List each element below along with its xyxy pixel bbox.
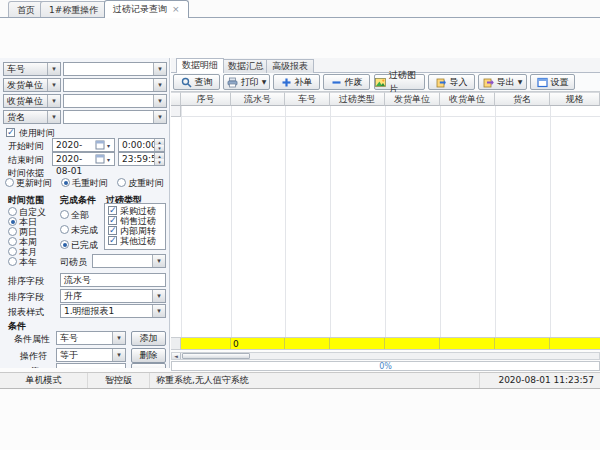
- check-purchase-weigh[interactable]: [108, 206, 117, 215]
- radio-update-time[interactable]: [5, 178, 14, 187]
- filter-field-select-shipper[interactable]: 发货单位: [3, 78, 61, 92]
- filter-value-receiver[interactable]: [63, 94, 167, 108]
- main-tabbar: 首页 1#称重操作 过磅记录查询×: [0, 0, 600, 18]
- settings-button[interactable]: 设置: [530, 74, 575, 90]
- sort-order-select[interactable]: 升序: [60, 289, 166, 303]
- end-time-spinner[interactable]: 23:59:59 ▴▾: [118, 152, 165, 166]
- tab-home[interactable]: 首页: [8, 1, 44, 17]
- tab-data-detail-label: 数据明细: [182, 60, 218, 70]
- add-condition-button[interactable]: 添加: [131, 331, 166, 346]
- condition-section-label: 条件: [8, 320, 26, 333]
- end-date-value: 2020-08-01: [56, 154, 82, 176]
- horizontal-scrollbar[interactable]: ◄: [171, 352, 600, 360]
- grid-body[interactable]: [171, 106, 600, 337]
- void-button[interactable]: 作废: [323, 74, 370, 90]
- chevron-down-icon: ▼: [518, 75, 523, 89]
- tab-advanced-report[interactable]: 高级报表: [266, 59, 314, 73]
- filter-value-goods[interactable]: [63, 110, 167, 124]
- column-header-receiver[interactable]: 收货单位: [440, 92, 495, 106]
- tab-weigh-operation[interactable]: 1#称重操作: [40, 1, 107, 17]
- tab-data-detail[interactable]: 数据明细: [176, 58, 224, 73]
- scrollbar-thumb[interactable]: [182, 353, 250, 359]
- start-date-picker[interactable]: 2020-08-01 ▾: [52, 138, 115, 152]
- search-icon: [181, 77, 192, 88]
- status-message: 称重系统,无人值守系统: [150, 373, 480, 388]
- radio-range-custom[interactable]: [8, 207, 17, 216]
- delete-condition-button[interactable]: 删除: [131, 348, 166, 363]
- weigher-select[interactable]: [92, 254, 166, 268]
- status-mode: 单机模式: [0, 373, 88, 388]
- radio-range-month[interactable]: [8, 247, 17, 256]
- filter-field-label: 发货单位: [7, 80, 43, 90]
- query-button[interactable]: 查询: [173, 74, 220, 90]
- radio-range-twodays[interactable]: [8, 227, 17, 236]
- delete-condition-label: 删除: [140, 350, 158, 360]
- sort-order-value: 升序: [64, 291, 82, 301]
- condition-extra-button[interactable]: [131, 363, 166, 368]
- spinner-arrows-icon[interactable]: ▴▾: [154, 153, 164, 165]
- settings-icon: [537, 77, 548, 88]
- filter-field-select-vehicle[interactable]: 车号: [3, 62, 61, 76]
- calendar-icon[interactable]: ▾: [95, 154, 113, 164]
- report-style-select[interactable]: 1.明细报表1: [60, 304, 166, 318]
- scroll-left-arrow-icon[interactable]: ◄: [172, 353, 181, 359]
- radio-range-year-label: 本年: [19, 256, 37, 269]
- radio-gross-time-label: 毛重时间: [72, 177, 108, 190]
- supplement-button-label: 补单: [295, 75, 313, 89]
- start-time-label: 开始时间: [8, 140, 44, 153]
- check-other-weigh[interactable]: [108, 236, 117, 245]
- column-header-vehicle[interactable]: 车号: [285, 92, 330, 106]
- radio-tare-time[interactable]: [117, 178, 126, 187]
- status-bar: 单机模式 智控版 称重系统,无人值守系统 2020-08-01 11:23:57: [0, 372, 600, 389]
- filter-value-shipper[interactable]: [63, 78, 167, 92]
- void-button-label: 作废: [345, 75, 363, 89]
- summary-cell: [330, 338, 385, 349]
- settings-button-label: 设置: [551, 75, 569, 89]
- radio-gross-time[interactable]: [61, 178, 70, 187]
- radio-range-week[interactable]: [8, 237, 17, 246]
- radio-cond-finished[interactable]: [60, 240, 69, 249]
- column-header-weigh-type[interactable]: 过磅类型: [330, 92, 385, 106]
- filter-field-select-receiver[interactable]: 收货单位: [3, 94, 61, 108]
- minus-icon: [331, 77, 342, 88]
- column-header-shipper[interactable]: 发货单位: [385, 92, 440, 106]
- use-time-checkbox[interactable]: [6, 128, 15, 137]
- condition-value-input[interactable]: [56, 363, 126, 368]
- column-header-seq[interactable]: 序号: [181, 92, 231, 106]
- weigh-photos-button[interactable]: 过磅图片: [374, 74, 425, 90]
- app-window: 首页 1#称重操作 过磅记录查询× 车号 发货单位 收货单位 货名 使用时间 开…: [0, 0, 600, 450]
- start-time-spinner[interactable]: 0:00:00 ▴▾: [118, 138, 165, 152]
- print-button[interactable]: 打印 ▼: [223, 74, 270, 90]
- radio-cond-all[interactable]: [60, 210, 69, 219]
- condition-attr-select[interactable]: 车号: [56, 331, 126, 345]
- column-header-serial[interactable]: 流水号: [231, 92, 285, 106]
- condition-attr-label: 条件属性: [14, 333, 50, 346]
- summary-cell: [385, 338, 440, 349]
- radio-range-today[interactable]: [8, 217, 17, 226]
- check-internal-transfer[interactable]: [108, 226, 117, 235]
- export-button[interactable]: 导出 ▼: [478, 74, 527, 90]
- import-button[interactable]: 导入: [428, 74, 475, 90]
- end-time-label: 结束时间: [8, 154, 44, 167]
- close-tab-icon[interactable]: ×: [172, 4, 180, 14]
- sort-field-input[interactable]: 流水号: [60, 273, 166, 287]
- report-style-value: 1.明细报表1: [64, 306, 114, 316]
- summary-cell: [440, 338, 495, 349]
- radio-range-year[interactable]: [8, 257, 17, 266]
- calendar-icon[interactable]: ▾: [95, 140, 113, 150]
- column-header-goods[interactable]: 货名: [495, 92, 550, 106]
- filter-field-select-goods[interactable]: 货名: [3, 110, 61, 124]
- condition-op-select[interactable]: 等于: [56, 348, 126, 362]
- end-date-picker[interactable]: 2020-08-01 ▾: [52, 152, 115, 166]
- check-sale-weigh[interactable]: [108, 216, 117, 225]
- supplement-button[interactable]: 补单: [273, 74, 320, 90]
- grid-corner-cell: [171, 92, 181, 106]
- spinner-arrows-icon[interactable]: ▴▾: [154, 139, 164, 151]
- column-header-spec[interactable]: 规格: [550, 92, 600, 106]
- radio-cond-unfinished[interactable]: [60, 225, 69, 234]
- filter-value-vehicle[interactable]: [63, 62, 167, 76]
- tab-data-summary[interactable]: 数据汇总: [222, 59, 270, 73]
- tab-weigh-record-query[interactable]: 过磅记录查询×: [104, 0, 189, 18]
- sort-order-label: 排序字段: [8, 291, 44, 304]
- import-button-label: 导入: [450, 75, 468, 89]
